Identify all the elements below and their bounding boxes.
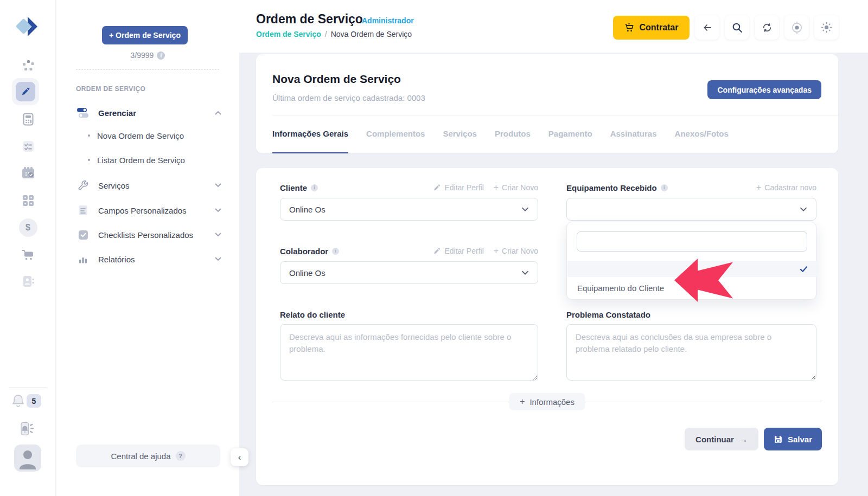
colaborador-label: Colaborador	[280, 247, 328, 256]
sidebar-item-relatorios[interactable]: Relatórios	[76, 250, 221, 268]
submenu-label: Listar Ordem de Serviço	[97, 156, 185, 165]
menu-label: Serviços	[98, 181, 130, 190]
chevron-down-icon	[521, 270, 529, 275]
apps-icon[interactable]	[0, 54, 56, 78]
salvar-button[interactable]: Salvar	[764, 428, 822, 450]
sidebar-item-nova-ordem[interactable]: Nova Ordem de Serviço	[88, 127, 221, 144]
refresh-icon[interactable]	[755, 15, 779, 40]
info-icon[interactable]: i	[311, 184, 318, 191]
dollar-glyph: $	[19, 218, 37, 237]
chevron-up-icon	[215, 111, 221, 115]
device-alert-icon[interactable]	[16, 420, 35, 440]
contratar-label: Contratar	[639, 23, 678, 33]
target-icon[interactable]	[784, 15, 809, 40]
calculator-icon[interactable]	[0, 107, 56, 131]
breadcrumb-link[interactable]: Ordem de Serviço	[256, 30, 321, 38]
continuar-button[interactable]: Continuar →	[685, 428, 758, 450]
order-card-title: Nova Ordem de Serviço	[272, 73, 401, 86]
tab-assinaturas[interactable]: Assinaturas	[610, 115, 657, 153]
advanced-settings-button[interactable]: Configurações avançadas	[707, 80, 821, 99]
check-icon	[800, 266, 808, 273]
editar-perfil-link[interactable]: Editar Perfil	[433, 183, 483, 192]
tab-pagamento[interactable]: Pagamento	[548, 115, 592, 153]
cliente-select[interactable]: Online Os	[280, 198, 538, 221]
notifications-bell-icon[interactable]: 5	[11, 394, 41, 408]
sidebar-section-title: ORDEM DE SERVIÇO	[76, 85, 145, 93]
info-icon[interactable]: i	[661, 184, 668, 191]
page-title: Ordem de Serviço	[256, 12, 363, 27]
menu-label: Checklists Personalizados	[98, 230, 193, 240]
problema-textarea[interactable]	[566, 324, 816, 381]
equipamento-label: Equipamento Recebido	[566, 183, 657, 192]
purchases-cart-icon[interactable]	[0, 243, 56, 267]
plus-icon: +	[756, 183, 761, 192]
menu-label: Relatórios	[98, 255, 135, 264]
checkbox-icon	[76, 229, 90, 241]
colaborador-select[interactable]: Online Os	[280, 261, 538, 284]
criar-novo-link[interactable]: + Criar Novo	[494, 183, 538, 192]
sidebar-item-gerenciar[interactable]: Gerenciar	[76, 104, 221, 121]
modules-grid-icon[interactable]	[0, 189, 56, 212]
new-order-button[interactable]: + Ordem de Serviço	[102, 26, 188, 44]
menu-label: Campos Personalizados	[98, 206, 187, 215]
editar-perfil-link[interactable]: Editar Perfil	[433, 247, 483, 255]
edit-order-icon-bg	[16, 82, 35, 101]
bar-chart-icon	[76, 254, 90, 265]
relato-field-group: Relato do cliente	[280, 309, 538, 383]
cadastrar-novo-link[interactable]: + Cadastrar novo	[756, 183, 816, 192]
tab-complementos[interactable]: Complementos	[366, 115, 425, 153]
user-avatar[interactable]	[14, 445, 41, 473]
tab-produtos[interactable]: Produtos	[495, 115, 531, 153]
equipment-search-input[interactable]	[577, 231, 807, 252]
app-root: $ 5	[0, 0, 868, 496]
breadcrumb: Ordem de Serviço / Nova Ordem de Serviço	[256, 30, 412, 38]
tab-bar: Informações Gerais Complementos Serviços…	[272, 115, 729, 153]
cliente-label: Cliente	[280, 183, 307, 192]
brightness-icon[interactable]	[814, 15, 839, 40]
back-arrow-icon[interactable]	[695, 15, 719, 40]
sidebar-item-servicos[interactable]: Serviços	[76, 177, 221, 194]
breadcrumb-separator: /	[325, 30, 327, 38]
rail-divider	[9, 387, 47, 388]
checklist-icon[interactable]	[0, 134, 56, 158]
cliente-field-group: Cliente i Editar Perfil + Criar Novo	[280, 182, 538, 221]
quota-text: 3/9999	[131, 51, 154, 60]
order-card-subtitle: Última ordem de serviço cadastrada: 0003	[272, 93, 425, 102]
edit-order-icon[interactable]	[12, 78, 39, 105]
icon-rail: $ 5	[0, 0, 56, 496]
contratar-button[interactable]: Contratar	[613, 16, 690, 40]
document-icon	[76, 204, 90, 216]
search-icon[interactable]	[725, 15, 749, 40]
equipamento-select[interactable]	[566, 198, 816, 221]
add-informacoes-button[interactable]: + Informações	[509, 393, 585, 410]
sidebar-item-listar-ordem[interactable]: Listar Ordem de Serviço	[88, 152, 221, 168]
chevron-down-icon	[215, 257, 221, 261]
brand-logo-icon[interactable]	[13, 12, 42, 43]
contacts-card-icon[interactable]	[0, 269, 56, 293]
notification-count-badge: 5	[27, 394, 41, 408]
equipamento-field-group: Equipamento Recebido i + Cadastrar novo	[566, 182, 816, 221]
tab-servicos[interactable]: Serviços	[443, 115, 477, 153]
relato-textarea[interactable]	[280, 324, 538, 381]
tab-informacoes-gerais[interactable]: Informações Gerais	[272, 115, 348, 153]
billing-dollar-icon[interactable]: $	[0, 216, 56, 240]
chevron-down-icon	[521, 207, 529, 212]
plus-icon: +	[494, 183, 499, 192]
info-icon[interactable]: i	[332, 248, 339, 255]
problema-label: Problema Constatado	[566, 310, 650, 319]
quota-info-icon[interactable]: i	[157, 51, 165, 60]
wrench-icon	[76, 180, 90, 191]
sidebar-collapse-button[interactable]: ‹	[231, 448, 248, 466]
help-center-button[interactable]: Central de ajuda ?	[76, 445, 220, 467]
arrow-right-icon: →	[739, 435, 748, 444]
bullet-icon	[88, 134, 90, 137]
cart-icon	[624, 23, 634, 33]
tab-anexos-fotos[interactable]: Anexos/Fotos	[675, 115, 729, 153]
calendar-check-icon[interactable]	[0, 161, 56, 185]
sidebar-item-checklists-personalizados[interactable]: Checklists Personalizados	[76, 226, 221, 243]
criar-novo-link[interactable]: + Criar Novo	[494, 247, 538, 255]
breadcrumb-current: Nova Ordem de Serviço	[331, 30, 412, 38]
sidebar-item-campos-personalizados[interactable]: Campos Personalizados	[76, 202, 221, 219]
chevron-down-icon	[215, 233, 221, 237]
colaborador-field-group: Colaborador i Editar Perfil + Criar Novo	[280, 246, 538, 284]
